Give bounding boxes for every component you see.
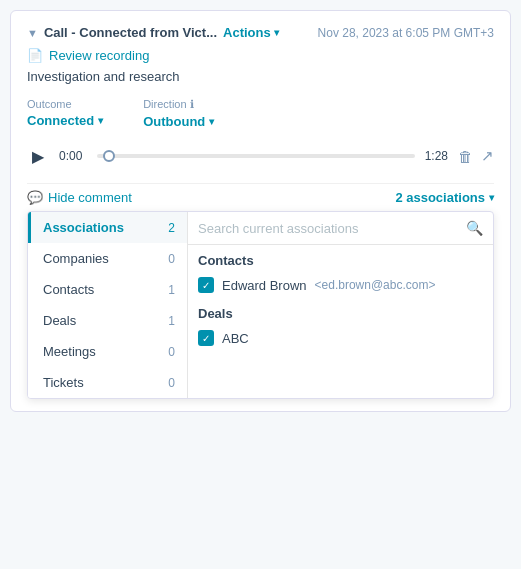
abc-checkbox[interactable]: ✓ [198,330,214,346]
bottom-row: 💬 Hide comment 2 associations ▾ [27,183,494,211]
progress-bar[interactable] [97,154,415,158]
actions-button[interactable]: Actions ▾ [223,25,279,40]
search-input[interactable] [198,221,460,236]
sidebar-count: 1 [168,283,175,297]
direction-info-icon[interactable]: ℹ [190,98,194,110]
associations-panel: Associations2Companies0Contacts1Deals1Me… [27,211,494,399]
card-title: Call - Connected from Vict... [44,25,217,40]
search-box: 🔍 [188,212,493,245]
hide-comment-label: Hide comment [48,190,132,205]
outcome-label: Outcome [27,98,103,110]
direction-value: Outbound [143,114,205,129]
associations-content: 🔍 Contacts ✓ Edward Brown <ed.brown@abc.… [188,212,493,398]
time-end: 1:28 [425,149,448,163]
player-icons: 🗑 ↗ [458,147,494,165]
assoc-item-edward: ✓ Edward Brown <ed.brown@abc.com> [188,272,493,298]
call-description: Investigation and research [27,69,494,84]
meta-row: Outcome Connected ▾ Direction ℹ Outbound… [27,98,494,129]
document-icon: 📄 [27,48,43,63]
direction-arrow: ▾ [209,116,214,127]
delete-recording-button[interactable]: 🗑 [458,148,473,165]
contacts-group: Contacts ✓ Edward Brown <ed.brown@abc.co… [188,245,493,298]
sidebar-count: 0 [168,376,175,390]
review-recording-label: Review recording [49,48,149,63]
sidebar-item-companies[interactable]: Companies0 [28,243,187,274]
direction-field: Direction ℹ Outbound ▾ [143,98,214,129]
time-start: 0:00 [59,149,87,163]
deals-group-label: Deals [188,298,493,325]
actions-label: Actions [223,25,271,40]
sidebar-item-meetings[interactable]: Meetings0 [28,336,187,367]
external-link-button[interactable]: ↗ [481,147,494,165]
sidebar-label: Companies [43,251,109,266]
sidebar-count: 2 [168,221,175,235]
activity-card: ▼ Call - Connected from Vict... Actions … [10,10,511,412]
associations-count-label: 2 associations [395,190,485,205]
sidebar-item-contacts[interactable]: Contacts1 [28,274,187,305]
comment-icon: 💬 [27,190,43,205]
associations-sidebar: Associations2Companies0Contacts1Deals1Me… [28,212,188,398]
sidebar-count: 0 [168,345,175,359]
sidebar-label: Associations [43,220,124,235]
search-icon: 🔍 [466,220,483,236]
audio-player: ▶ 0:00 1:28 🗑 ↗ [27,139,494,173]
associations-arrow: ▾ [489,192,494,203]
direction-label: Direction ℹ [143,98,214,111]
card-header: ▼ Call - Connected from Vict... Actions … [27,25,494,40]
edward-name: Edward Brown [222,278,307,293]
sidebar-item-deals[interactable]: Deals1 [28,305,187,336]
outcome-arrow: ▾ [98,115,103,126]
collapse-icon[interactable]: ▼ [27,27,38,39]
sidebar-label: Tickets [43,375,84,390]
deals-group: Deals ✓ ABC [188,298,493,351]
associations-dropdown-button[interactable]: 2 associations ▾ [395,190,494,205]
outcome-dropdown[interactable]: Connected ▾ [27,113,103,128]
abc-deal-name: ABC [222,331,249,346]
hide-comment-button[interactable]: 💬 Hide comment [27,190,132,205]
actions-arrow: ▾ [274,27,279,38]
sidebar-label: Deals [43,313,76,328]
sidebar-label: Contacts [43,282,94,297]
sidebar-count: 0 [168,252,175,266]
edward-checkbox[interactable]: ✓ [198,277,214,293]
edward-email: <ed.brown@abc.com> [315,278,436,292]
sidebar-item-tickets[interactable]: Tickets0 [28,367,187,398]
assoc-item-abc: ✓ ABC [188,325,493,351]
play-button[interactable]: ▶ [27,145,49,167]
direction-dropdown[interactable]: Outbound ▾ [143,114,214,129]
outcome-field: Outcome Connected ▾ [27,98,103,129]
sidebar-label: Meetings [43,344,96,359]
outcome-value: Connected [27,113,94,128]
timestamp: Nov 28, 2023 at 6:05 PM GMT+3 [318,26,494,40]
sidebar-item-associations[interactable]: Associations2 [28,212,187,243]
review-recording-link[interactable]: 📄 Review recording [27,48,494,63]
contacts-group-label: Contacts [188,245,493,272]
progress-thumb[interactable] [103,150,115,162]
sidebar-count: 1 [168,314,175,328]
